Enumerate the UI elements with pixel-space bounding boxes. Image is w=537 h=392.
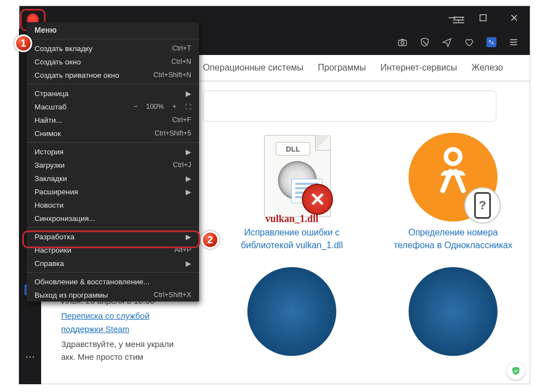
security-shield-icon[interactable] [507, 362, 525, 380]
dll-badge: DLL [276, 142, 310, 155]
dll-icon: DLL ✕ vulkan_1.dll [247, 133, 336, 222]
close-button[interactable] [499, 6, 530, 29]
menu-dev[interactable]: Разработка▶ [27, 230, 199, 243]
search-input[interactable] [203, 91, 496, 122]
menu-downloads[interactable]: ЗагрузкиCtrl+J [27, 158, 199, 172]
menu-update[interactable]: Обновление & восстановление... [27, 275, 199, 288]
menu-title: Меню [27, 22, 199, 37]
svg-point-2 [401, 42, 404, 44]
send-icon[interactable] [442, 37, 452, 47]
window-controls [436, 6, 530, 29]
translate-icon[interactable]: ЯA [486, 37, 496, 47]
phone-question-icon: ? [464, 187, 501, 224]
adblock-shield-icon[interactable] [420, 37, 430, 47]
error-x-icon: ✕ [302, 184, 333, 215]
article-card-ok[interactable]: ? Определение номера телефона в Одноклас… [392, 133, 514, 252]
easy-setup-icon[interactable] [453, 16, 464, 24]
menu-help[interactable]: Справка▶ [27, 257, 199, 270]
menu-snapshot[interactable]: СнимокCtrl+Shift+5 [27, 127, 199, 140]
annotation-badge-2: 2 [201, 231, 219, 249]
main-menu: Меню Создать вкладкуCtrl+T Создать окноC… [27, 22, 199, 301]
menu-sync[interactable]: Синхронизация... [27, 212, 199, 225]
dll-filename: vulkan_1.dll [247, 213, 336, 225]
menu-history[interactable]: История▶ [27, 145, 199, 158]
sidebar-toggle-icon[interactable] [509, 37, 519, 47]
article-card[interactable] [231, 267, 353, 356]
camera-icon[interactable] [397, 37, 407, 47]
maximize-button[interactable] [468, 6, 499, 29]
ok-icon: ? [409, 133, 498, 222]
menu-settings[interactable]: НастройкиAlt+P [27, 243, 199, 257]
menu-page[interactable]: Страница▶ [27, 87, 199, 100]
nav-link[interactable]: Железо [471, 63, 503, 73]
menu-bookmarks[interactable]: Закладки▶ [27, 172, 199, 185]
post-body: Здравствуйте, у меня украли акк. Мне про… [61, 338, 183, 364]
nav-link[interactable]: Интернет-сервисы [380, 63, 457, 73]
menu-exit[interactable]: Выход из программыCtrl+Shift+X [27, 288, 199, 301]
menu-new-private[interactable]: Создать приватное окноCtrl+Shift+N [27, 68, 199, 82]
menu-news[interactable]: Новости [27, 198, 199, 212]
heart-icon[interactable] [464, 37, 474, 47]
card-title: Определение номера телефона в Одноклассн… [392, 226, 514, 252]
menu-new-tab[interactable]: Создать вкладкуCtrl+T [27, 42, 199, 55]
card-title: Исправление ошибки с библиотекой vulkan_… [231, 226, 353, 252]
annotation-badge-1: 1 [14, 34, 32, 52]
article-card[interactable] [392, 267, 514, 356]
svg-rect-0 [480, 15, 486, 21]
menu-zoom[interactable]: Масштаб − 100% + ⛶ [27, 100, 199, 113]
article-card-dll[interactable]: DLL ✕ vulkan_1.dll Исправление ошибки с … [231, 133, 353, 252]
post-link[interactable]: Переписка со службой поддержки Steam [61, 311, 150, 333]
sidebar-article: Илья: 26 апреля в 10:30 Переписка со слу… [61, 294, 183, 363]
menu-find[interactable]: Найти...Ctrl+F [27, 113, 199, 127]
menu-extensions[interactable]: Расширения▶ [27, 185, 199, 198]
nav-link[interactable]: Операционные системы [203, 63, 304, 73]
nav-link[interactable]: Программы [318, 63, 366, 73]
svg-text:A: A [491, 41, 494, 45]
more-sidebar-icon[interactable]: ⋯ [19, 345, 41, 368]
menu-new-window[interactable]: Создать окноCtrl+N [27, 55, 199, 68]
svg-rect-1 [399, 40, 406, 46]
